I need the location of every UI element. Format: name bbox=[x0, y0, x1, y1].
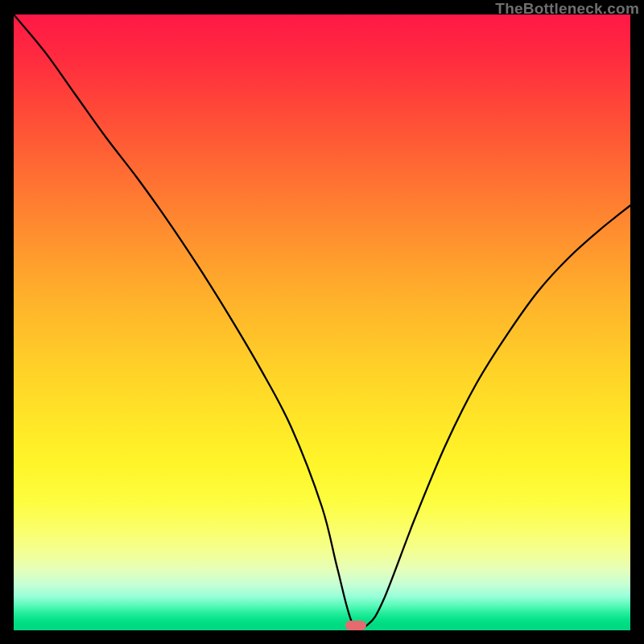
bottleneck-curve bbox=[14, 14, 630, 630]
optimal-point-marker bbox=[345, 621, 366, 630]
chart-frame: TheBottleneck.com bbox=[0, 0, 644, 644]
watermark-text: TheBottleneck.com bbox=[495, 0, 639, 18]
plot-area bbox=[14, 14, 630, 630]
